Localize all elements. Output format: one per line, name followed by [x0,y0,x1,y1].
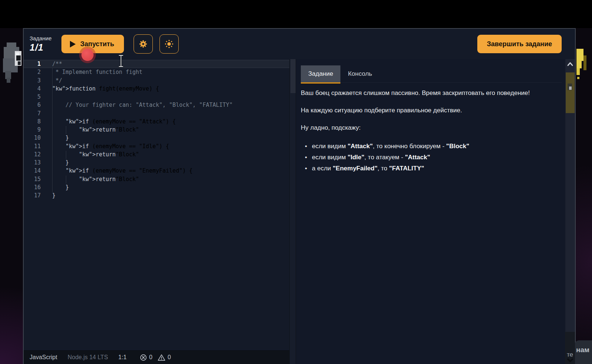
line-text [49,93,52,101]
line-number: 12 [24,150,49,159]
theme-brightness-button[interactable] [159,34,179,54]
line-number: 4 [24,85,49,93]
code-line[interactable]: 17} [24,191,289,200]
task-paragraph: Ну ладно, подскажу: [301,123,554,132]
line-number: 8 [24,118,49,126]
warning-count: 0 [168,354,171,361]
background-toast-fragment-2[interactable]: нам [575,340,592,364]
window-header: Задание 1/1 Запустить [24,29,575,59]
task-description: Ваш боец сражается слишком пассивно. Вре… [301,83,565,174]
line-text: "kw">if [49,167,89,175]
hint-item: а если "EnemyFailed", то "FATALITY" [312,163,554,174]
line-text: "kw">if [49,142,89,150]
line-number: 1 [24,60,49,68]
editor-scrollbar[interactable] [289,59,296,364]
scrollbar-art-bleed [569,86,572,90]
code-line[interactable]: 1/** [24,60,289,68]
code-lines: 1/**2 * Implement function fight3 */4"kw… [24,60,289,200]
line-number: 13 [24,159,49,167]
code-line[interactable]: 10 } [24,134,289,142]
task-panel: Задание Консоль Ваш боец сражается слишк… [296,59,565,364]
code-line[interactable]: 2 * Implement function fight [24,68,289,76]
task-window: Задание 1/1 Запустить [23,28,576,364]
indent-guide [52,68,53,192]
line-number: 9 [24,126,49,134]
brightness-sun-icon [164,39,174,49]
code-line[interactable]: 4"kw">function fight(enemyMove) { [24,85,289,93]
run-button-label: Запустить [80,40,114,48]
play-icon [70,41,76,48]
hint-item: если видим "Idle", то атакуем - "Attack" [312,152,554,163]
code-line[interactable]: 6 // Your fighter can: "Attack", "Block"… [24,101,289,109]
line-text: * Implement function fight [49,68,142,76]
task-info: Задание 1/1 [30,35,58,53]
hint-list: если видим "Attack", то конечно блокируе… [301,141,554,174]
line-text: /** [49,60,62,68]
line-number: 7 [24,109,49,118]
pixel-character-left-icon [2,41,24,86]
code-line[interactable]: 9 "kw">return "Block" [24,126,289,134]
code-line[interactable]: 7 [24,109,289,118]
code-line[interactable]: 11 "kw">if (enemyMove == "Idle") { [24,142,289,150]
status-warnings: 0 [158,354,171,361]
chevron-down-icon [567,358,574,363]
screen: те нам Задание 1/1 Запустить [0,0,592,364]
code-line[interactable]: 3 */ [24,76,289,85]
scrollbar-art-bleed [566,72,575,113]
code-line[interactable]: 12 "kw">return "Block" [24,150,289,159]
line-text: // Your fighter can: "Attack", "Block", … [49,101,233,109]
code-line[interactable]: 5 [24,93,289,101]
code-line[interactable]: 15 "kw">return "Block" [24,175,289,183]
status-cursor-position: 1:1 [118,354,127,361]
gear-icon [138,39,148,49]
text-cursor-ibeam [118,54,124,69]
line-number: 5 [24,93,49,101]
background-toast-fragment[interactable]: те [565,332,575,364]
line-text [49,109,52,118]
line-text: "kw">return [49,126,116,134]
scroll-up-chevron-icon[interactable] [566,61,574,68]
line-number: 14 [24,167,49,175]
hint-item: если видим "Attack", то конечно блокируе… [312,141,554,152]
line-text: "kw">return [49,175,116,183]
task-progress: 1/1 [30,42,58,53]
line-number: 11 [24,142,49,150]
task-label: Задание [30,35,58,41]
indent-guide [66,176,66,184]
window-scrollbar[interactable] [565,59,575,364]
line-number: 3 [24,76,49,85]
editor-scrollbar-thumb[interactable] [290,59,296,93]
tab-console[interactable]: Консоль [340,65,379,82]
settings-button[interactable] [134,34,153,54]
code-line[interactable]: 8 "kw">if (enemyMove == "Attack") { [24,118,289,126]
line-text: "kw">if [49,118,89,126]
status-bar: JavaScript Node.js 14 LTS 1:1 0 [24,350,289,364]
line-number: 6 [24,101,49,109]
panel-tabbar: Задание Консоль [301,64,562,83]
top-letterbox [0,0,592,28]
click-indicator [81,49,94,61]
warning-triangle-icon [158,354,165,361]
indent-guide [66,126,66,134]
error-circle-icon [140,354,147,361]
line-text: "kw">return [49,150,116,159]
code-line[interactable]: 16 } [24,183,289,191]
tab-task[interactable]: Задание [301,65,340,82]
run-button[interactable]: Запустить [61,35,124,53]
code-line[interactable]: 14 "kw">if (enemyMove == "EnemyFailed") … [24,167,289,175]
line-number: 2 [24,68,49,76]
pixel-character-right-icon [576,35,592,87]
status-runtime: Node.js 14 LTS [68,354,108,361]
finish-task-button[interactable]: Завершить задание [477,35,562,53]
toast-fragment-text: нам [576,346,589,354]
window-main: 1/**2 * Implement function fight3 */4"kw… [24,59,575,364]
code-line[interactable]: 13 } [24,159,289,167]
line-number: 10 [24,134,49,142]
toast-fragment-text: те [567,351,573,358]
line-text: */ [49,76,62,85]
error-count: 0 [149,354,152,361]
line-text: "kw">function [49,85,95,93]
task-paragraph: Ваш боец сражается слишком пассивно. Вре… [301,89,554,97]
status-errors: 0 [140,354,152,361]
code-editor[interactable]: 1/**2 * Implement function fight3 */4"kw… [24,59,289,364]
